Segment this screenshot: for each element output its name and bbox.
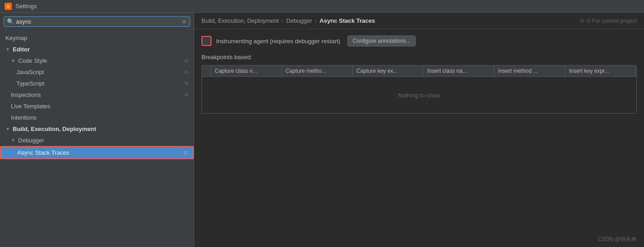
sidebar-item-editor[interactable]: ▼ Editor [0,44,194,55]
sidebar-item-label: Debugger [18,137,44,144]
arrow-icon: ▼ [11,58,15,63]
sidebar-item-async-stack-traces[interactable]: Async Stack Traces ⧉ [0,146,194,159]
sidebar-item-debugger[interactable]: ▼ Debugger [0,135,194,146]
sidebar-item-live-templates[interactable]: Live Templates [0,101,194,112]
breadcrumb-sep-1: › [282,17,283,24]
table-body: Nothing to show [202,77,636,113]
instrumenting-agent-checkbox[interactable] [201,36,211,46]
copy-icon: ⧉ [185,92,188,98]
title-bar: S Settings [0,0,644,13]
table-col-insert-key: Insert key expr... [565,66,636,76]
empty-table-text: Nothing to show [398,92,440,99]
breadcrumb-part-3: Async Stack Traces [320,17,375,24]
breadcrumb-sep-2: › [315,17,317,24]
copy-icon: ⧉ [184,150,187,156]
breadcrumb-part-2: Debugger [286,17,312,24]
arrow-icon: ▼ [5,126,10,131]
sidebar-item-code-style[interactable]: ▼ Code Style ⧉ [0,55,194,66]
table-col-capture-class: Capture class n... [211,66,282,76]
title-bar-title: Settings [15,3,37,10]
table-col-capture-method: Capture metho... [282,66,353,76]
arrow-icon: ▼ [11,138,15,143]
table-col-insert-method: Insert method ... [494,66,565,76]
search-icon: 🔍 [7,18,14,25]
watermark: CSDN @韩长奇 [598,236,637,243]
checkbox-row: Instrumenting agent (requires debugger r… [201,35,637,46]
sidebar-item-label: Code Style [18,57,47,64]
copy-icon: ⧉ [185,58,188,64]
sidebar-item-label: JavaScript [16,69,44,76]
search-clear-button[interactable]: ✕ [181,19,187,25]
configure-annotations-button[interactable]: Configure annotations... [347,35,415,46]
sidebar-item-label: Inspections [11,91,41,98]
app-icon: S [5,3,12,10]
content-area: Build, Execution, Deployment › Debugger … [194,13,644,247]
for-current-project-label: ⊙ For current project [586,18,637,24]
sidebar-item-label: Intentions [11,114,36,121]
sidebar-item-javascript[interactable]: JavaScript ⧉ [0,66,194,78]
table-header: Capture class n... Capture metho... Capt… [202,66,636,77]
main-layout: 🔍 ✕ Keymap ▼ Editor ▼ Code Style ⧉ [0,13,644,247]
sidebar-item-label: Live Templates [11,103,50,110]
sidebar-item-typescript[interactable]: TypeScript ⧉ [0,78,194,89]
sidebar-item-label: Build, Execution, Deployment [13,126,96,132]
table-col-capture-key: Capture key ex... [353,66,424,76]
search-input[interactable] [16,18,180,25]
sidebar-item-label: Keymap [5,35,27,41]
settings-content: Instrumenting agent (requires debugger r… [194,29,644,247]
breadcrumb-for-current-project: ⊙ ⊙ For current project [580,18,637,24]
project-icon: ⊙ [580,18,584,24]
sidebar-item-label: Editor [13,46,30,53]
breadcrumb: Build, Execution, Deployment › Debugger … [194,13,644,29]
table-col-insert-class: Insert class na... [423,66,494,76]
sidebar-nav: Keymap ▼ Editor ▼ Code Style ⧉ JavaScrip… [0,30,194,161]
table-col-check [202,66,211,76]
checkbox-label: Instrumenting agent (requires debugger r… [216,38,340,45]
arrow-icon: ▼ [5,47,10,52]
copy-icon: ⧉ [185,69,188,75]
sidebar-item-inspections[interactable]: Inspections ⧉ [0,89,194,101]
breakpoints-table: Capture class n... Capture metho... Capt… [201,65,637,114]
sidebar-item-build-exec-deploy[interactable]: ▼ Build, Execution, Deployment [0,123,194,135]
sidebar-item-label: TypeScript [16,80,44,87]
sidebar: 🔍 ✕ Keymap ▼ Editor ▼ Code Style ⧉ [0,13,194,247]
search-box: 🔍 ✕ [4,16,190,27]
breakpoints-label: Breakpoints based: [201,54,637,60]
breadcrumb-part-1: Build, Execution, Deployment [201,17,279,24]
sidebar-item-keymap[interactable]: Keymap [0,32,194,44]
sidebar-item-intentions[interactable]: Intentions [0,112,194,123]
sidebar-item-label: Async Stack Traces [17,149,69,156]
copy-icon: ⧉ [185,81,188,86]
